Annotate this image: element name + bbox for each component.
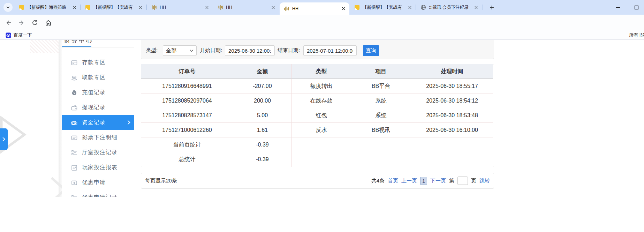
cell-type: 反水	[292, 123, 351, 137]
minimize-button[interactable]	[611, 0, 625, 15]
tab-close-icon[interactable]	[407, 4, 413, 10]
jump-page-input[interactable]	[457, 177, 468, 185]
cell-order-no: 1751280828573147	[141, 108, 233, 123]
cell-type: 在线存款	[292, 93, 351, 108]
tab-6[interactable]: 【新提醒】【实战有	[350, 0, 416, 15]
tab-close-icon[interactable]	[473, 4, 479, 10]
type-select[interactable]: 全部	[163, 45, 197, 56]
sidebar-item-recharge-records[interactable]: 充值记录	[62, 85, 134, 100]
end-date-label: 结束日期:	[278, 47, 300, 54]
tab-separator	[80, 5, 81, 10]
tab-close-icon[interactable]	[71, 4, 77, 10]
home-button[interactable]	[43, 17, 54, 28]
message-icon	[19, 5, 24, 10]
chevron-down-icon	[190, 49, 194, 52]
wallet-icon	[71, 105, 77, 111]
list-card-icon	[71, 135, 77, 141]
sidebar-menu: 存款专区 取款专区 充值记录 提现记录 资金记录	[62, 55, 134, 205]
table-summary-row-total: 总统计 -0.39	[141, 152, 494, 167]
ticket-icon	[71, 180, 77, 186]
reload-button[interactable]	[29, 17, 40, 28]
tab-label: HH	[226, 5, 268, 10]
banknotes-icon	[71, 120, 77, 126]
tab-close-icon[interactable]	[137, 4, 144, 10]
tab-7[interactable]: :::视讯 会员下注纪录	[416, 0, 482, 15]
summary-label: 当前页统计	[141, 137, 233, 152]
column-header: 订单号	[141, 64, 233, 79]
cell-project: 系统	[351, 93, 411, 108]
sidebar-divider	[62, 47, 134, 47]
bookmarks-bar: 百度一下 所有书签	[0, 31, 644, 40]
table-row: 1751280852097064 200.00 在线存款 系统 2025-06-…	[141, 93, 494, 108]
pagination-controls: 共4条 首页 上一页 1 下一页 第 页 跳转	[371, 177, 490, 185]
sidebar-header: 财务中心	[64, 40, 116, 45]
sidebar-item-funds-records[interactable]: 资金记录	[62, 115, 134, 130]
cell-time: 2025-06-30 18:54:12	[411, 93, 493, 108]
type-select-value: 全部	[166, 47, 176, 54]
tab-label: HH	[292, 6, 338, 11]
tab-3[interactable]: HH	[147, 0, 213, 15]
sidebar-item-withdraw[interactable]: 取款专区	[62, 70, 134, 85]
summary-label: 总统计	[141, 152, 233, 167]
tab-4[interactable]: HH	[213, 0, 279, 15]
cell-time: 2025-06-30 16:10:00	[411, 123, 493, 137]
table-row: 1751280916648991 -207.00 额度转出 BB平台 2025-…	[141, 79, 494, 93]
sidebar: 财务中心 存款专区 取款专区 充值记录 提现记录	[62, 40, 134, 207]
chevron-down-icon	[6, 5, 10, 9]
table-row: 1751280828573147 5.00 红包 系统 2025-06-30 1…	[141, 108, 494, 123]
bookmark-baidu[interactable]: 百度一下	[3, 31, 35, 39]
next-page-link[interactable]: 下一页	[430, 178, 446, 184]
tab-close-icon[interactable]	[340, 6, 347, 12]
tab-separator	[146, 5, 147, 10]
sidebar-item-lottery-bet-detail[interactable]: 彩票下注明细	[62, 130, 134, 145]
tab-close-icon[interactable]	[204, 4, 210, 10]
end-date-input[interactable]	[303, 45, 357, 56]
cell-amount: 1.61	[233, 123, 292, 137]
column-header: 类型	[292, 64, 351, 79]
reload-icon	[32, 20, 38, 26]
sidebar-item-withdraw-records[interactable]: 提现记录	[62, 100, 134, 115]
start-date-input[interactable]	[225, 45, 275, 56]
tab-label: 【新提醒】【实战有	[93, 5, 135, 10]
funds-table: 订单号 金额 类型 项目 处理时间 1751280916648991 -207.…	[141, 64, 494, 167]
tab-5-active[interactable]: HH	[280, 2, 349, 15]
chart-report-icon	[71, 165, 77, 171]
table-row: 1751271000612260 1.61 反水 BB视讯 2025-06-30…	[141, 123, 494, 137]
tab-close-icon[interactable]	[270, 4, 276, 10]
tab-2[interactable]: 【新提醒】【实战有	[81, 0, 146, 15]
bookmarks-separator	[623, 32, 623, 38]
plus-icon	[490, 5, 494, 10]
sidebar-slide-handle[interactable]	[0, 128, 8, 150]
column-header: 项目	[351, 64, 411, 79]
summary-amount: -0.39	[233, 152, 292, 167]
cell-type: 红包	[292, 108, 351, 123]
start-date-label: 开始日期:	[200, 47, 222, 54]
jump-button[interactable]: 跳转	[479, 178, 490, 184]
tab-separator	[416, 5, 416, 10]
first-page-link[interactable]: 首页	[388, 178, 398, 184]
pagination-bar: 每页显示20条 共4条 首页 上一页 1 下一页 第 页 跳转	[141, 173, 494, 189]
current-page-button[interactable]: 1	[420, 177, 427, 185]
filter-bar: 类型: 全部 开始日期: 结束日期: 查询	[141, 40, 494, 59]
back-button[interactable]	[3, 17, 14, 28]
sidebar-item-player-bet-report[interactable]: 玩家投注报表	[62, 160, 134, 175]
sidebar-item-deposit[interactable]: 存款专区	[62, 55, 134, 70]
search-button[interactable]: 查询	[363, 45, 379, 56]
new-tab-button[interactable]	[486, 0, 497, 15]
tab-1[interactable]: 【新提醒】海燕策略	[15, 0, 80, 15]
home-icon	[45, 20, 52, 26]
money-bag-icon	[71, 90, 77, 96]
maximize-button[interactable]	[629, 0, 643, 15]
tab-strip: 【新提醒】海燕策略 【新提醒】【实战有 HH HH HH 【	[0, 0, 644, 15]
tab-search-button[interactable]	[3, 3, 13, 12]
all-bookmarks-button[interactable]: 所有书签	[627, 31, 644, 39]
jump-suffix-text: 页	[471, 178, 476, 184]
minimize-icon	[616, 5, 620, 10]
prev-page-link[interactable]: 上一页	[401, 178, 417, 184]
waveform-icon	[151, 5, 157, 10]
sidebar-item-hall-bet-records[interactable]: 厅室投注记录	[62, 145, 134, 160]
type-label: 类型:	[146, 47, 158, 54]
cell-project: 系统	[351, 108, 411, 123]
sidebar-item-promo-apply[interactable]: 优惠申请	[62, 175, 134, 190]
forward-button[interactable]	[16, 17, 27, 28]
